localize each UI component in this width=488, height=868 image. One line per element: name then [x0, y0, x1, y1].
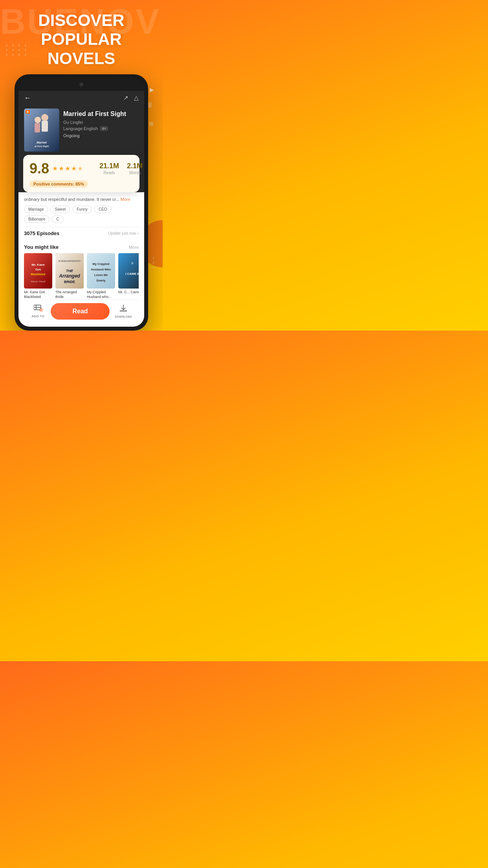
phone-notch: [18, 78, 144, 91]
book-1-title: Mr. Kane Got Blacklisted: [24, 290, 52, 299]
cover-illustration-svg: Married at First Sight: [24, 109, 59, 151]
book-body: ordinary but respectful and mundane. It …: [18, 192, 144, 327]
svg-text:I CAME B: I CAME B: [125, 272, 139, 276]
list-item[interactable]: My Crippled Husband Who Loves Me Dearly …: [87, 253, 115, 299]
book-age-badge: 4+: [100, 126, 108, 131]
book-4-cover: B I CAME B: [118, 253, 139, 289]
svg-text:Mr. Kane: Mr. Kane: [31, 263, 45, 267]
svg-text:Dearly: Dearly: [97, 279, 106, 282]
stats-top-row: 9.8 ★ ★ ★ ★ ★ 21.1M Reads: [29, 160, 133, 177]
tag-ceo[interactable]: CEO: [94, 206, 112, 213]
share-icon[interactable]: ↗: [123, 94, 128, 101]
book-cover-image: Married at First Sight B: [24, 108, 59, 152]
book-1-cover: Mr. Kane Got Blacklisted Eleven Jewell: [24, 253, 52, 289]
tag-marriage[interactable]: Marriage: [24, 206, 48, 213]
svg-text:Got: Got: [35, 268, 41, 271]
tag-funny[interactable]: Funny: [72, 206, 92, 213]
words-stat: 2.1M Words: [127, 162, 143, 175]
nav-action-buttons: ↗ △: [123, 94, 139, 101]
svg-text:Blacklisted: Blacklisted: [31, 273, 46, 276]
phone-content: ← ↗ △: [18, 91, 144, 327]
download-button[interactable]: DOWNLOAD: [114, 304, 133, 318]
download-label: DOWNLOAD: [115, 315, 132, 318]
svg-rect-4: [35, 123, 40, 132]
download-icon: [119, 304, 128, 314]
book-title: Married at First Sight: [63, 110, 139, 118]
section-header: You might like More: [24, 244, 139, 250]
book-4-title: Mr. C... Came...: [118, 290, 139, 295]
rating-score: 9.8: [29, 160, 49, 177]
add-to-button[interactable]: ADD TO: [29, 304, 47, 318]
words-label: Words: [127, 171, 143, 175]
list-item[interactable]: B I CAME B Mr. C... Came...: [118, 253, 139, 299]
section-more-link[interactable]: More: [129, 245, 139, 250]
deco-square-2: [149, 122, 153, 126]
book-status: Ongoing: [63, 133, 139, 138]
episodes-update[interactable]: Update just now ›: [108, 231, 139, 235]
you-might-like-section: You might like More: [24, 242, 139, 299]
list-item[interactable]: M MUKHOPADHYAY THE Arranged BRIDE The Ar…: [55, 253, 84, 299]
add-to-icon: [34, 304, 42, 313]
reads-label: Reads: [99, 171, 119, 175]
svg-text:Husband Who: Husband Who: [91, 268, 111, 271]
book-tags: Marriage Sweet Funny CEO Billionaire C: [24, 206, 139, 223]
cover-publisher-logo: B: [26, 110, 30, 114]
phone-mockup: ← ↗ △: [15, 74, 148, 331]
svg-point-3: [35, 117, 41, 123]
stats-numbers: 21.1M Reads 2.1M Words: [99, 162, 143, 175]
cover-couple-illustration: Married at First Sight: [24, 108, 59, 152]
svg-text:Arranged: Arranged: [59, 273, 80, 279]
synopsis-more-link[interactable]: More: [121, 197, 130, 202]
svg-text:M MUKHOPADHYAY: M MUKHOPADHYAY: [59, 260, 81, 262]
back-button[interactable]: ←: [24, 94, 31, 102]
bottom-action-bar: ADD TO Read DOWNLOAD: [24, 300, 139, 323]
svg-text:Eleven Jewell: Eleven Jewell: [31, 280, 46, 283]
top-navigation: ← ↗ △: [18, 91, 144, 105]
stats-card: 9.8 ★ ★ ★ ★ ★ 21.1M Reads: [23, 155, 139, 192]
svg-text:BRIDE: BRIDE: [64, 280, 75, 284]
episodes-count: 3075 Episodes: [24, 230, 59, 236]
svg-text:Loves Me: Loves Me: [94, 273, 108, 277]
svg-rect-2: [42, 121, 48, 132]
book-language-row: Language:English 4+: [63, 126, 139, 131]
svg-point-1: [41, 114, 48, 121]
reads-value: 21.1M: [99, 162, 119, 170]
svg-text:Married: Married: [37, 141, 47, 144]
add-to-label: ADD TO: [32, 314, 45, 318]
book-2-cover: M MUKHOPADHYAY THE Arranged BRIDE: [55, 253, 84, 289]
book-synopsis: ordinary but respectful and mundane. It …: [24, 196, 139, 203]
svg-rect-22: [118, 253, 139, 289]
svg-text:THE: THE: [66, 269, 73, 273]
phone-inner-frame: ← ↗ △: [18, 78, 144, 327]
book-author: Gu Lingfei: [63, 120, 139, 125]
alert-icon[interactable]: △: [134, 94, 139, 101]
list-item[interactable]: Mr. Kane Got Blacklisted Eleven Jewell M…: [24, 253, 52, 299]
svg-text:My Crippled: My Crippled: [93, 262, 110, 266]
camera-notch: [79, 83, 83, 86]
recommended-books-row: Mr. Kane Got Blacklisted Eleven Jewell M…: [24, 253, 139, 299]
book-2-title: The Arranged Bride: [55, 290, 84, 299]
book-language: Language:English: [63, 126, 98, 131]
episodes-row: 3075 Episodes Update just now ›: [24, 227, 139, 239]
book-metadata: Married at First Sight Gu Lingfei Langua…: [63, 108, 139, 138]
book-3-title: My Crippled Husband who...: [87, 290, 115, 299]
phone-outer-frame: ← ↗ △: [15, 74, 148, 331]
svg-text:B: B: [132, 262, 134, 265]
svg-text:at First Sight: at First Sight: [35, 145, 50, 147]
star-rating: ★ ★ ★ ★ ★: [52, 165, 83, 172]
hero-title: DISCOVER POPULAR NOVELS: [0, 0, 163, 74]
book-3-cover: My Crippled Husband Who Loves Me Dearly: [87, 253, 115, 289]
reads-stat: 21.1M Reads: [99, 162, 119, 175]
tag-other[interactable]: C: [52, 215, 63, 223]
tag-billionaire[interactable]: Billionaire: [24, 215, 50, 223]
tag-sweet[interactable]: Sweet: [50, 206, 70, 213]
words-value: 2.1M: [127, 162, 143, 170]
section-title: You might like: [24, 244, 59, 250]
positive-comments-badge: Positive comments: 85%: [29, 180, 88, 188]
read-button[interactable]: Read: [51, 303, 110, 320]
book-header: Married at First Sight B Married at Firs…: [18, 105, 144, 157]
